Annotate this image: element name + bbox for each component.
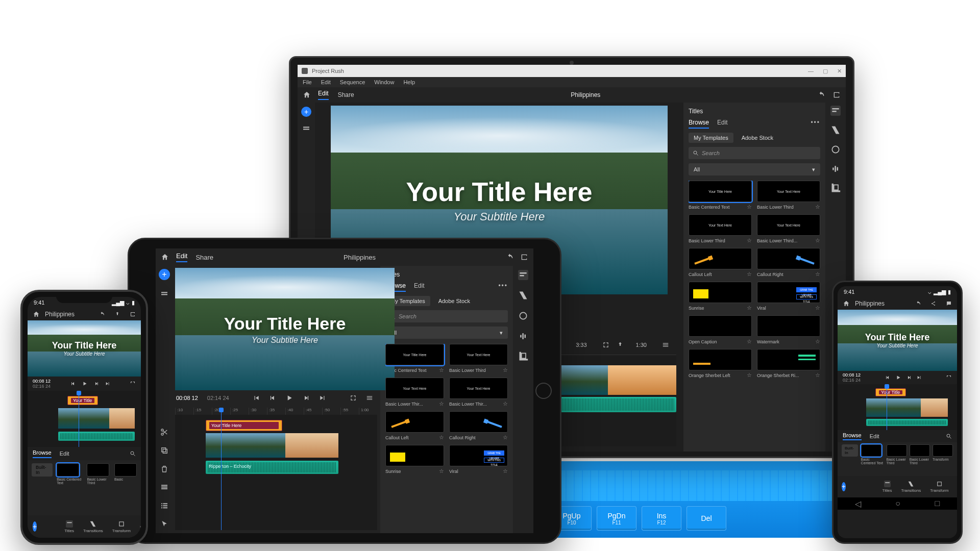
audio-tool-icon[interactable] xyxy=(518,331,528,341)
template-item[interactable]: Your Text HereBasic Lower Thir...☆ xyxy=(449,378,508,407)
skip-start-icon[interactable] xyxy=(253,394,260,402)
pointer-icon[interactable] xyxy=(160,520,168,528)
template-thumb[interactable] xyxy=(910,444,930,457)
search-input[interactable]: Search xyxy=(689,147,820,159)
maximize-icon[interactable]: ▢ xyxy=(823,68,828,74)
favorite-icon[interactable]: ☆ xyxy=(747,338,752,345)
template-item[interactable]: Your Text HereBasic Lower Thir...☆ xyxy=(385,378,444,407)
play-icon[interactable] xyxy=(285,394,293,402)
step-fwd-icon[interactable] xyxy=(303,394,310,402)
share-icon[interactable] xyxy=(832,91,841,99)
fullscreen-icon[interactable] xyxy=(946,374,952,381)
tab-titles[interactable]: Titles xyxy=(883,481,892,493)
undo-icon[interactable] xyxy=(506,253,514,261)
template-thumb[interactable]: Your Title Here xyxy=(689,181,752,202)
template-item[interactable]: Your Text HereBasic Lower Third☆ xyxy=(449,344,508,373)
template-item[interactable]: Orange Sherbet Ri...☆ xyxy=(757,349,820,379)
tab-transitions[interactable]: Transitions xyxy=(83,520,103,533)
template-item[interactable]: Basic Centered Text xyxy=(861,444,884,465)
template-item[interactable]: Your Text HereBasic Lower Third☆ xyxy=(757,181,820,210)
template-thumb[interactable]: Your Title Here xyxy=(385,344,444,365)
menu-edit[interactable]: Edit xyxy=(321,79,331,85)
undo-icon[interactable] xyxy=(817,91,825,99)
minimize-icon[interactable]: — xyxy=(808,68,814,74)
favorite-icon[interactable]: ☆ xyxy=(503,400,508,407)
list-icon[interactable] xyxy=(160,502,168,510)
more-icon[interactable]: › xyxy=(140,523,141,530)
template-thumb[interactable] xyxy=(861,444,881,457)
timeline[interactable]: Your Title xyxy=(28,391,141,447)
template-thumb[interactable] xyxy=(57,463,79,477)
favorite-icon[interactable]: ☆ xyxy=(815,204,820,210)
template-item[interactable]: Your Title HereBasic Centered Text☆ xyxy=(689,181,752,210)
trash-icon[interactable] xyxy=(160,465,168,473)
filter-dropdown[interactable]: All ▾ xyxy=(689,163,820,176)
add-media-button[interactable]: + xyxy=(842,482,846,491)
tab-transitions[interactable]: Transitions xyxy=(901,481,921,493)
favorite-icon[interactable]: ☆ xyxy=(815,372,820,379)
template-thumb[interactable]: Your Text Here xyxy=(449,378,508,399)
template-thumb[interactable]: Your Text Here xyxy=(689,214,752,236)
favorite-icon[interactable]: ☆ xyxy=(815,237,820,244)
tracks-icon[interactable] xyxy=(160,483,168,491)
color-tool-icon[interactable] xyxy=(518,311,528,321)
panel-toggle-icon[interactable] xyxy=(160,290,168,298)
favorite-icon[interactable]: ☆ xyxy=(747,305,752,311)
more-icon[interactable]: ••• xyxy=(811,119,820,129)
template-item[interactable]: Open Caption☆ xyxy=(689,315,752,345)
recent-icon[interactable]: □ xyxy=(935,499,940,508)
fullscreen-icon[interactable] xyxy=(350,394,357,402)
search-input[interactable]: Search xyxy=(385,310,508,322)
skip-end-icon[interactable] xyxy=(105,381,110,386)
add-media-button[interactable]: + xyxy=(159,269,170,280)
step-back-icon[interactable] xyxy=(885,375,890,380)
template-thumb[interactable]: GRAB THE VIEWERWITH THIS TITLE xyxy=(757,282,820,303)
settings-icon[interactable] xyxy=(662,341,669,348)
chip-builtin[interactable]: Built-In xyxy=(842,444,858,457)
tab-share[interactable]: Share xyxy=(338,91,354,98)
duplicate-icon[interactable] xyxy=(160,446,168,455)
panel-tab-browse[interactable]: Browse xyxy=(33,449,52,458)
timeline[interactable]: :10:15:20:25:30:35:40:45:50:551:00 Your … xyxy=(175,408,377,530)
home-button[interactable] xyxy=(535,383,552,399)
play-icon[interactable] xyxy=(895,374,901,381)
back-icon[interactable]: ◁ xyxy=(855,499,861,509)
template-thumb[interactable] xyxy=(757,248,820,269)
template-thumb[interactable]: Your Text Here xyxy=(757,181,820,202)
template-thumb[interactable] xyxy=(87,463,109,477)
video-preview[interactable]: Your Title Here Your Subtitle Here xyxy=(175,268,395,390)
favorite-icon[interactable]: ☆ xyxy=(747,204,752,210)
template-thumb[interactable] xyxy=(449,411,508,433)
favorite-icon[interactable]: ☆ xyxy=(747,237,752,244)
tab-share[interactable]: Share xyxy=(195,254,213,261)
template-thumb[interactable]: Your Text Here xyxy=(449,344,508,365)
template-item[interactable]: Watermark☆ xyxy=(757,315,820,345)
favorite-icon[interactable]: ☆ xyxy=(439,400,444,407)
titles-tool-icon[interactable] xyxy=(830,106,841,116)
template-thumb[interactable] xyxy=(689,282,752,303)
keyboard-key[interactable]: PgDnF11 xyxy=(597,506,636,531)
crop-tool-icon[interactable] xyxy=(518,352,528,362)
template-thumb[interactable] xyxy=(689,248,752,269)
template-item[interactable]: Basic Lower Third xyxy=(887,444,907,465)
home-icon[interactable] xyxy=(843,300,850,307)
chat-icon[interactable] xyxy=(946,300,952,307)
favorite-icon[interactable]: ☆ xyxy=(503,367,508,373)
step-fwd-icon[interactable] xyxy=(906,375,912,380)
titles-tool-icon[interactable] xyxy=(518,270,528,280)
chip-my-templates[interactable]: My Templates xyxy=(689,133,733,143)
share-icon[interactable] xyxy=(930,300,937,307)
home-icon[interactable] xyxy=(33,311,40,318)
template-thumb[interactable] xyxy=(757,315,820,337)
crop-tool-icon[interactable] xyxy=(830,183,841,193)
tab-titles[interactable]: Titles xyxy=(64,520,74,533)
menu-file[interactable]: File xyxy=(303,79,312,85)
timeline[interactable]: Your Title xyxy=(838,384,957,430)
audio-tool-icon[interactable] xyxy=(830,164,841,174)
template-item[interactable]: GRAB THE VIEWERWITH THIS TITLEViral☆ xyxy=(757,282,820,311)
favorite-icon[interactable]: ☆ xyxy=(815,271,820,278)
scissors-icon[interactable] xyxy=(160,428,168,436)
favorite-icon[interactable]: ☆ xyxy=(439,434,444,441)
panel-tab-edit[interactable]: Edit xyxy=(870,433,879,439)
template-thumb[interactable] xyxy=(114,463,137,477)
